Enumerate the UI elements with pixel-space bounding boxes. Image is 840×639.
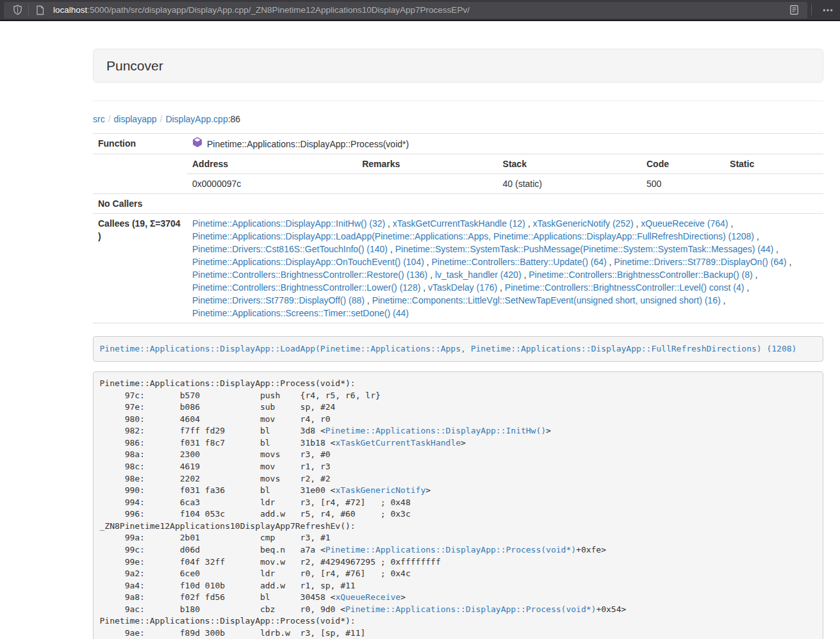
no-callers-value bbox=[187, 194, 823, 214]
function-details-table: Address Remarks Stack Code Static 0x0000… bbox=[187, 154, 823, 193]
column-header-remarks: Remarks bbox=[357, 154, 497, 174]
no-callers-row: No Callers bbox=[93, 194, 823, 214]
callee-line: Pinetime::Applications::Screens::Timer::… bbox=[192, 307, 818, 320]
breadcrumb-link-src[interactable]: src bbox=[93, 114, 105, 124]
callee-link[interactable]: Pinetime::Controllers::BrightnessControl… bbox=[192, 270, 427, 280]
callees-label: Callees (19, Σ=3704 ) bbox=[93, 214, 187, 323]
disassembly-symbol-link[interactable]: xTaskGenericNotify bbox=[335, 485, 425, 495]
stack-value: 40 (static) bbox=[498, 174, 641, 194]
callee-line: Pinetime::Applications::DisplayApp::Init… bbox=[192, 217, 818, 230]
callee-link[interactable]: xTaskGetCurrentTaskHandle (12) bbox=[393, 218, 525, 229]
remarks-value bbox=[357, 174, 497, 194]
callee-link[interactable]: Pinetime::Controllers::BrightnessControl… bbox=[505, 282, 744, 293]
disassembly-symbol-link[interactable]: Pinetime::Applications::DisplayApp::Proc… bbox=[345, 604, 596, 614]
loadapp-link[interactable]: Pinetime::Applications::DisplayApp::Load… bbox=[100, 344, 797, 353]
code-value: 500 bbox=[641, 174, 725, 194]
address-value: 0x0000097c bbox=[187, 174, 357, 194]
disassembly-symbol-link[interactable]: xQueueReceive bbox=[335, 592, 400, 602]
callee-link[interactable]: Pinetime::Components::LittleVgl::SetNewT… bbox=[372, 295, 721, 305]
breadcrumb-link-displayapp[interactable]: displayapp bbox=[114, 114, 157, 124]
column-header-address: Address bbox=[187, 154, 357, 174]
url-path: :5000/path/src/displayapp/DisplayApp.cpp… bbox=[87, 5, 470, 15]
callee-link[interactable]: vTaskDelay (176) bbox=[428, 282, 497, 293]
divider bbox=[93, 101, 823, 101]
package-icon bbox=[192, 137, 202, 150]
urlbar-divider bbox=[28, 4, 29, 15]
breadcrumb: src/displayapp/DisplayApp.cpp:86 bbox=[93, 113, 823, 125]
callee-link[interactable]: lv_task_handler (420) bbox=[435, 270, 522, 280]
function-name-wrap: Pinetime::Applications::DisplayApp::Proc… bbox=[192, 137, 409, 150]
reader-mode-icon[interactable] bbox=[786, 3, 802, 18]
callee-line: Pinetime::Controllers::BrightnessControl… bbox=[192, 281, 818, 294]
callee-line: Pinetime::Controllers::BrightnessControl… bbox=[192, 268, 818, 281]
callee-link[interactable]: Pinetime::Drivers::St7789::DisplayOn() (… bbox=[614, 257, 786, 267]
function-name: Pinetime::Applications::DisplayApp::Proc… bbox=[207, 138, 409, 150]
no-callers-label: No Callers bbox=[93, 194, 187, 214]
callee-link[interactable]: Pinetime::Controllers::BrightnessControl… bbox=[529, 270, 752, 280]
callee-line: Pinetime::Drivers::St7789::DisplayOff() … bbox=[192, 294, 818, 307]
callee-line: Pinetime::Applications::DisplayApp::Load… bbox=[192, 230, 818, 243]
static-value bbox=[725, 174, 823, 194]
breadcrumb-separator: / bbox=[105, 114, 114, 124]
callee-link[interactable]: Pinetime::Drivers::St7789::DisplayOff() … bbox=[192, 295, 365, 305]
callee-link[interactable]: xQueueReceive (764) bbox=[641, 218, 728, 229]
empty-label-cell bbox=[93, 154, 187, 194]
callee-link[interactable]: Pinetime::Controllers::Battery::Update()… bbox=[432, 257, 607, 267]
callees-list: Pinetime::Applications::DisplayApp::Init… bbox=[187, 214, 823, 323]
callee-link[interactable]: Pinetime::Applications::DisplayApp::Load… bbox=[192, 231, 754, 241]
more-menu-icon[interactable] bbox=[819, 3, 836, 18]
browser-toolbar: localhost:5000/path/src/displayapp/Displ… bbox=[0, 0, 840, 21]
column-header-code: Code bbox=[641, 154, 725, 174]
callee-link[interactable]: Pinetime::Applications::DisplayApp::OnTo… bbox=[192, 257, 424, 267]
breadcrumb-separator: / bbox=[157, 114, 166, 124]
callee-line: Pinetime::Drivers::Cst816S::GetTouchInfo… bbox=[192, 243, 818, 255]
url-bar[interactable]: localhost:5000/path/src/displayapp/Displ… bbox=[4, 2, 807, 19]
function-row: Function Pinetime::Applications::Display… bbox=[93, 134, 823, 154]
column-header-static: Static bbox=[725, 154, 823, 174]
callee-link[interactable]: Pinetime::Controllers::BrightnessControl… bbox=[192, 282, 420, 293]
breadcrumb-link-file[interactable]: DisplayApp.cpp bbox=[165, 114, 227, 124]
callee-link[interactable]: Pinetime::Drivers::Cst816S::GetTouchInfo… bbox=[192, 244, 388, 254]
page-info-icon[interactable] bbox=[31, 3, 48, 18]
page-content: Puncover src/displayapp/DisplayApp.cpp:8… bbox=[93, 21, 823, 639]
callee-link[interactable]: Pinetime::System::SystemTask::PushMessag… bbox=[395, 244, 774, 254]
disassembly-symbol-link[interactable]: Pinetime::Applications::DisplayApp::Proc… bbox=[325, 545, 576, 554]
callee-link[interactable]: Pinetime::Applications::Screens::Timer::… bbox=[192, 308, 409, 318]
toolbar-divider bbox=[811, 4, 812, 15]
disassembly-symbol-link[interactable]: xTaskGetCurrentTaskHandle bbox=[335, 438, 461, 448]
function-label: Function bbox=[93, 134, 187, 154]
url-host: localhost bbox=[53, 5, 87, 15]
page-title-banner: Puncover bbox=[93, 49, 823, 83]
url-text[interactable]: localhost:5000/path/src/displayapp/Displ… bbox=[53, 5, 786, 15]
breadcrumb-line-number: :86 bbox=[228, 114, 240, 124]
disassembly-symbol-link[interactable]: Pinetime::Applications::DisplayApp::Init… bbox=[325, 426, 546, 435]
page-title: Puncover bbox=[106, 58, 810, 73]
table-row: 0x0000097c 40 (static) 500 bbox=[187, 174, 823, 194]
callee-link[interactable]: Pinetime::Applications::DisplayApp::Init… bbox=[192, 218, 385, 229]
callees-row: Callees (19, Σ=3704 ) Pinetime::Applicat… bbox=[93, 214, 823, 323]
disassembly-block: Pinetime::Applications::DisplayApp::Proc… bbox=[93, 371, 823, 639]
column-header-stack: Stack bbox=[498, 154, 641, 174]
callee-link[interactable]: xTaskGenericNotify (252) bbox=[532, 218, 633, 229]
function-details-row: Address Remarks Stack Code Static 0x0000… bbox=[93, 154, 823, 194]
function-table: Function Pinetime::Applications::Display… bbox=[93, 133, 823, 323]
tracking-protection-shield-icon[interactable] bbox=[9, 3, 26, 18]
callee-line: Pinetime::Applications::DisplayApp::OnTo… bbox=[192, 255, 818, 268]
loadapp-snippet: Pinetime::Applications::DisplayApp::Load… bbox=[93, 336, 823, 362]
